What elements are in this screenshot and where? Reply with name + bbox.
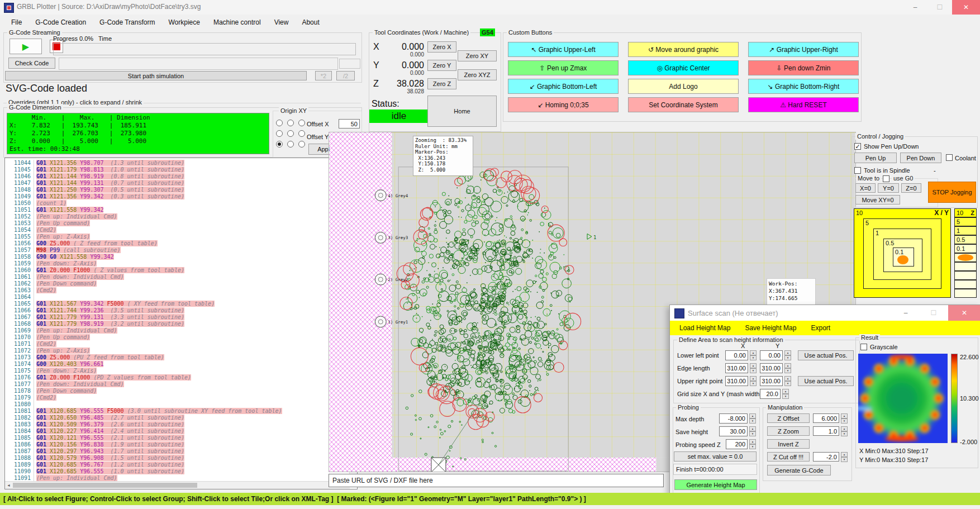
move-x0-button[interactable]: X=0 (855, 183, 876, 193)
menu-g-code-transform[interactable]: G-Code Transform (93, 15, 161, 30)
gcode-line[interactable]: 11090G01 X120.685 Y96.555 (1.0 until sub… (5, 468, 347, 475)
generate-gcode-button[interactable]: Generate G-Code (767, 465, 831, 475)
origin-radio-0-1[interactable] (287, 120, 294, 126)
surface-scan-titlebar[interactable]: Surface scan (Не отвечает) – ☐ ✕ (670, 305, 980, 321)
svg-url-input[interactable]: Paste URL of SVG / DXF file here (329, 474, 664, 487)
scan-menu-save-height-map[interactable]: Save Height Map (738, 324, 803, 332)
gcode-line[interactable]: 11052(Pen up: Individual Cmd) (5, 213, 347, 220)
custom-hard-reset[interactable]: ⚠ Hard RESET (748, 97, 859, 112)
gcode-line[interactable]: 11056G00 Z5.000 ( Z feed from tool table… (5, 240, 347, 247)
pen-down-button[interactable]: Pen Down (900, 153, 941, 163)
use-actual-pos-button-0[interactable]: Use actual Pos. (798, 350, 854, 360)
probing-speed-input[interactable]: 200▴▾ (726, 439, 756, 449)
spinner[interactable]: ▴▾ (784, 363, 791, 373)
gcode-line[interactable]: 11066G01 X121.744 Y99.236 (3.5 until sub… (5, 307, 347, 314)
jog-z-step-0.5[interactable]: 0.5 (954, 235, 977, 244)
minimize-button[interactable]: – (903, 0, 927, 15)
gcode-line[interactable]: 11076G01 Z0.000 F1000 (PD Z values from … (5, 374, 347, 381)
custom-graphic-center[interactable]: ◎ Graphic Center (628, 60, 739, 75)
custom-move-around-graphic[interactable]: ↺ Move around graphic (628, 42, 739, 57)
custom-graphic-bottom-left[interactable]: ↙ Graphic Bottom-Left (508, 79, 619, 94)
zero-xyz-button[interactable]: Zero XYZ (458, 69, 497, 80)
close-button[interactable]: ✕ (952, 0, 980, 15)
grayscale-checkbox[interactable] (860, 344, 867, 350)
spinner[interactable]: ▴▾ (784, 350, 791, 360)
gcode-line[interactable]: 11067G01 X121.779 Y99.131 (3.3 until sub… (5, 314, 347, 321)
offset-x-input[interactable]: 50 (339, 119, 360, 129)
spinner[interactable]: ▴▾ (841, 452, 848, 462)
show-pen-checkbox[interactable] (854, 143, 861, 150)
dialog-minimize-button[interactable]: – (892, 305, 919, 321)
stop-jogging-button[interactable]: STOP Jogging (928, 182, 976, 203)
zero-y-button[interactable]: Zero Y (427, 60, 456, 71)
z-offset-button[interactable]: Z Offset (767, 413, 810, 423)
gcode-line[interactable]: 11065G01 X121.567 Y99.342 F5000 ( XY fee… (5, 301, 347, 307)
upper-right-point-x-input[interactable]: 310.00▴▾ (725, 376, 757, 386)
lower-left-point-y-input[interactable]: 0.00▴▾ (760, 350, 791, 360)
spinner[interactable]: ▴▾ (749, 413, 756, 424)
z-offset-input[interactable]: 6.000▴▾ (813, 413, 848, 423)
custom-homing-0-0-35[interactable]: ↙ Homing 0;0;35 (508, 97, 619, 112)
check-code-button[interactable]: Check Code (8, 58, 55, 69)
gcode-line[interactable]: 11072(Pen up: Z-Axis) (5, 348, 347, 354)
generate-heightmap-button[interactable]: Generate Height Map (674, 479, 757, 490)
custom-graphic-bottom-right[interactable]: ↘ Graphic Bottom-Right (748, 79, 859, 94)
spinner[interactable]: ▴▾ (750, 350, 757, 360)
gcode-line[interactable]: 11068G01 X121.779 Y98.919 (3.2 until sub… (5, 321, 347, 327)
gcode-line[interactable]: 11077(Pen down: Individual Cmd) (5, 381, 347, 388)
gcode-line[interactable]: 11046G01 X121.144 Y98.919 (0.8 until sub… (5, 173, 347, 180)
lower-left-point-x-input[interactable]: 0.00▴▾ (725, 350, 757, 360)
save-height-input[interactable]: 30.00▴▾ (719, 426, 756, 436)
edge-length-x-input[interactable]: 310.00▴▾ (725, 363, 757, 373)
scan-menu-load-height-map[interactable]: Load Height Map (672, 324, 738, 332)
gcode-line[interactable]: 11084G01 X120.227 Y96.414 (2.4 until sub… (5, 428, 347, 435)
dialog-maximize-button[interactable]: ☐ (920, 305, 947, 321)
gcode-line[interactable]: 11086G01 X120.156 Y96.838 (1.9 until sub… (5, 441, 347, 448)
gcode-line[interactable]: 11048G01 X121.250 Y99.307 (0.5 until sub… (5, 187, 347, 193)
tool-spindle-checkbox[interactable] (854, 167, 861, 174)
gcode-line[interactable]: 11047G01 X121.144 Y99.131 (0.7 until sub… (5, 180, 347, 187)
gcode-line[interactable]: 11063(Cmd2) (5, 287, 347, 294)
origin-radio-1-1[interactable] (287, 130, 294, 137)
custom-graphic-upper-right[interactable]: ↗ Graphic Upper-Right (748, 42, 859, 57)
gcode-line[interactable]: 11073G00 Z5.000 (PU Z feed from tool tab… (5, 354, 347, 361)
gcode-line[interactable]: 11058G90 G0 X121.558 Y99.342 (5, 254, 347, 260)
origin-radio-0-2[interactable] (298, 120, 305, 126)
gcode-line[interactable]: 11089G01 X120.685 Y96.767 (1.2 until sub… (5, 462, 347, 468)
gcode-line[interactable]: 11049G01 X121.356 Y99.342 (0.3 until sub… (5, 193, 347, 200)
start-stream-button[interactable]: ▶ (9, 39, 42, 54)
edge-length-y-input[interactable]: 310.00▴▾ (760, 363, 791, 373)
gcode-line[interactable]: 11060G01 Z0.000 F1000 ( Z values from to… (5, 267, 347, 274)
gcode-line[interactable]: 11075(Pen down: Z-Axis) (5, 368, 347, 374)
gcode-line[interactable]: 11074G00 X120.403 Y96.661 (5, 361, 347, 368)
origin-radio-2-0[interactable] (276, 141, 283, 148)
gcode-line[interactable]: 11055(Pen up: Z-Axis) (5, 234, 347, 240)
move-y0-button[interactable]: Y=0 (878, 183, 899, 193)
gcode-line[interactable]: 11051G01 X121.558 Y99.342 (5, 207, 347, 213)
gcode-line[interactable]: 11061(Pen down: Individual Cmd) (5, 274, 347, 280)
custom-pen-down-zmin[interactable]: ⇩ Pen down Zmin (748, 60, 859, 75)
move-z0-button[interactable]: Z=0 (901, 183, 921, 193)
max-depth-input[interactable]: -8.000▴▾ (719, 413, 756, 424)
gcode-line[interactable]: 11045G01 X121.179 Y98.813 (1.0 until sub… (5, 167, 347, 173)
gcode-line[interactable]: 11081G01 X120.685 Y96.555 F5000 (3.0 unt… (5, 408, 347, 415)
zero-xy-button[interactable]: Zero XY (458, 50, 497, 61)
gcode-line[interactable]: 11082G01 X120.650 Y96.485 (2.7 until sub… (5, 415, 347, 421)
set-max-button[interactable]: set max. value = 0.0 (674, 451, 757, 462)
gcode-line[interactable]: 11087G01 X120.297 Y96.943 (1.7 until sub… (5, 448, 347, 455)
z-cutoff-button[interactable]: Z Cut off !!! (767, 452, 810, 462)
gcode-line[interactable]: 11078(Pen Down command) (5, 388, 347, 394)
custom-pen-up-zmax[interactable]: ⇧ Pen up Zmax (508, 60, 619, 75)
spinner[interactable]: ▴▾ (750, 363, 757, 373)
jog-z-step-0.1[interactable]: 0.1 (954, 244, 977, 253)
origin-radio-2-1[interactable] (287, 141, 294, 148)
zero-z-button[interactable]: Zero Z (427, 78, 456, 89)
menu-machine-control[interactable]: Machine control (207, 15, 268, 30)
custom-add-logo[interactable]: Add Logo (628, 79, 739, 94)
menu-g-code-creation[interactable]: G-Code Creation (28, 15, 93, 30)
jog-z-position[interactable] (954, 253, 977, 262)
move-xy0-button[interactable]: Move XY=0 (855, 195, 900, 204)
grid-size-input[interactable]: 20.0▴▾ (760, 389, 789, 399)
gcode-line[interactable]: 11083G01 X120.509 Y96.379 (2.6 until sub… (5, 421, 347, 428)
gcode-line[interactable]: 11059(Pen down: Z-Axis) (5, 260, 347, 267)
